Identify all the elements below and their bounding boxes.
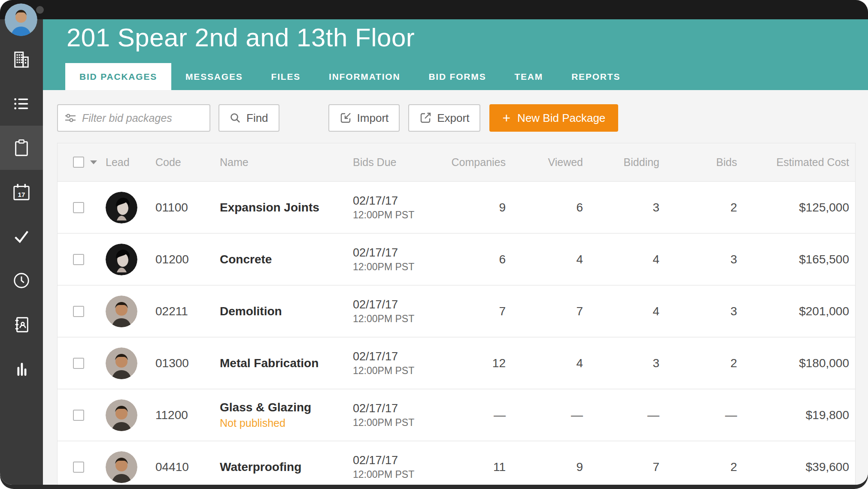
maximize-dot[interactable]: [36, 6, 44, 14]
column-header-companies: Companies: [444, 156, 506, 169]
tab-messages[interactable]: MESSAGES: [171, 63, 257, 90]
bidding-count: 3: [583, 356, 659, 370]
table-row[interactable]: 01300 Metal Fabrication 02/17/17 12:00PM…: [58, 337, 855, 389]
companies-count: 7: [444, 305, 506, 318]
estimated-cost: $39,600: [737, 460, 849, 474]
sidebar-item-bar-chart[interactable]: [0, 347, 43, 391]
bid-package-code: 04410: [155, 460, 220, 474]
viewed-count: 4: [506, 253, 583, 266]
checkmark-icon: [12, 227, 31, 246]
table-row[interactable]: 01100 Expansion Joints 02/17/17 12:00PM …: [58, 181, 855, 233]
new-bid-package-label: New Bid Package: [517, 112, 605, 125]
search-icon: [230, 112, 241, 124]
list-icon: [12, 94, 31, 113]
estimated-cost: $201,000: [737, 305, 849, 318]
svg-text:17: 17: [18, 190, 25, 198]
plus-icon: +: [502, 111, 510, 125]
tab-files[interactable]: FILES: [257, 63, 315, 90]
bid-package-name[interactable]: Expansion Joints: [220, 201, 353, 214]
bids-due-time: 12:00PM PST: [353, 209, 444, 221]
row-checkbox[interactable]: [73, 358, 84, 369]
bid-package-name[interactable]: Metal Fabrication: [220, 356, 353, 370]
filter-placeholder: Filter bid packages: [82, 112, 172, 124]
tab-reports[interactable]: REPORTS: [557, 63, 634, 90]
column-header-code: Code: [155, 156, 220, 169]
main-area: 201 Spear 2nd and 13th Floor BID PACKAGE…: [43, 19, 868, 485]
column-header-bids: Bids: [659, 156, 737, 169]
sidebar-item-checkmark[interactable]: [0, 214, 43, 258]
bids-due-time: 12:00PM PST: [353, 417, 444, 429]
sidebar-item-buildings[interactable]: [0, 37, 43, 82]
sidebar-item-list[interactable]: [0, 82, 43, 126]
app-window: 17 201 Spear 2nd and 13th Floor BID PACK…: [0, 0, 868, 485]
table-row[interactable]: 01200 Concrete 02/17/17 12:00PM PST 6 4 …: [58, 233, 855, 285]
sidebar-item-clock[interactable]: [0, 258, 43, 302]
bid-packages-table: Lead Code Name Bids Due Companies Viewed…: [57, 143, 856, 485]
bidding-count: —: [583, 408, 659, 422]
sidebar-item-calendar-17[interactable]: 17: [0, 170, 43, 214]
table-row[interactable]: 11200 Glass & Glazing Not published 02/1…: [58, 389, 855, 441]
sidebar-item-clipboard[interactable]: [0, 126, 43, 170]
caret-down-icon[interactable]: [90, 160, 97, 164]
bidding-count: 7: [583, 460, 659, 474]
clock-icon: [12, 271, 31, 290]
bar-chart-icon: [12, 359, 31, 378]
bidding-count: 3: [583, 201, 659, 214]
buildings-icon: [12, 50, 31, 69]
table-row[interactable]: 04410 Waterproofing 02/17/17 12:00PM PST…: [58, 441, 855, 485]
bid-package-name[interactable]: Glass & Glazing: [220, 401, 353, 414]
row-checkbox[interactable]: [73, 254, 84, 265]
import-button[interactable]: Import: [328, 104, 400, 132]
column-header-lead: Lead: [106, 156, 155, 169]
export-label: Export: [437, 112, 469, 125]
new-bid-package-button[interactable]: + New Bid Package: [489, 104, 618, 132]
bids-count: 2: [659, 460, 737, 474]
viewed-count: 4: [506, 356, 583, 370]
bidding-count: 4: [583, 305, 659, 318]
bid-package-name[interactable]: Demolition: [220, 305, 353, 318]
sidebar: 17: [0, 19, 43, 485]
estimated-cost: $180,000: [737, 356, 849, 370]
viewed-count: 6: [506, 201, 583, 214]
row-checkbox[interactable]: [73, 202, 84, 213]
tab-bid-forms[interactable]: BID FORMS: [414, 63, 500, 90]
row-checkbox[interactable]: [73, 462, 84, 473]
screenshot-canvas: 17 201 Spear 2nd and 13th Floor BID PACK…: [0, 0, 868, 489]
filter-bid-packages-input[interactable]: Filter bid packages: [57, 104, 210, 132]
companies-count: 9: [444, 201, 506, 214]
bids-due-date: 02/17/17: [353, 246, 444, 260]
import-icon: [340, 112, 352, 124]
sliders-filter-icon: [64, 112, 76, 124]
lead-avatar-woman-photo: [106, 244, 137, 275]
find-button[interactable]: Find: [219, 104, 279, 132]
column-header-name: Name: [220, 156, 353, 169]
bids-due-date: 02/17/17: [353, 402, 444, 415]
export-button[interactable]: Export: [408, 104, 480, 132]
tab-bid-packages[interactable]: BID PACKAGES: [65, 63, 171, 90]
page-title: 201 Spear 2nd and 13th Floor: [67, 23, 415, 52]
bids-count: —: [659, 408, 737, 422]
column-header-viewed: Viewed: [506, 156, 583, 169]
table-header-row: Lead Code Name Bids Due Companies Viewed…: [58, 143, 855, 181]
bids-count: 3: [659, 253, 737, 266]
bids-due-time: 12:00PM PST: [353, 313, 444, 325]
estimated-cost: $19,800: [737, 408, 849, 422]
user-photo-avatar[interactable]: [5, 3, 37, 36]
sidebar-item-address-book[interactable]: [0, 302, 43, 347]
row-checkbox[interactable]: [73, 410, 84, 421]
companies-count: 11: [444, 460, 506, 474]
find-label: Find: [246, 112, 268, 125]
bid-package-name[interactable]: Concrete: [220, 253, 353, 266]
tab-team[interactable]: TEAM: [500, 63, 557, 90]
clipboard-icon: [12, 139, 31, 157]
not-published-badge: Not published: [220, 417, 353, 429]
address-book-icon: [12, 315, 31, 334]
bid-package-name[interactable]: Waterproofing: [220, 460, 353, 474]
bids-due-date: 02/17/17: [353, 298, 444, 311]
tab-information[interactable]: INFORMATION: [315, 63, 414, 90]
row-checkbox[interactable]: [73, 306, 84, 317]
table-row[interactable]: 02211 Demolition 02/17/17 12:00PM PST 7 …: [58, 285, 855, 337]
bids-due-date: 02/17/17: [353, 454, 444, 467]
select-all-checkbox[interactable]: [73, 157, 84, 168]
column-header-bids-due: Bids Due: [353, 156, 444, 169]
